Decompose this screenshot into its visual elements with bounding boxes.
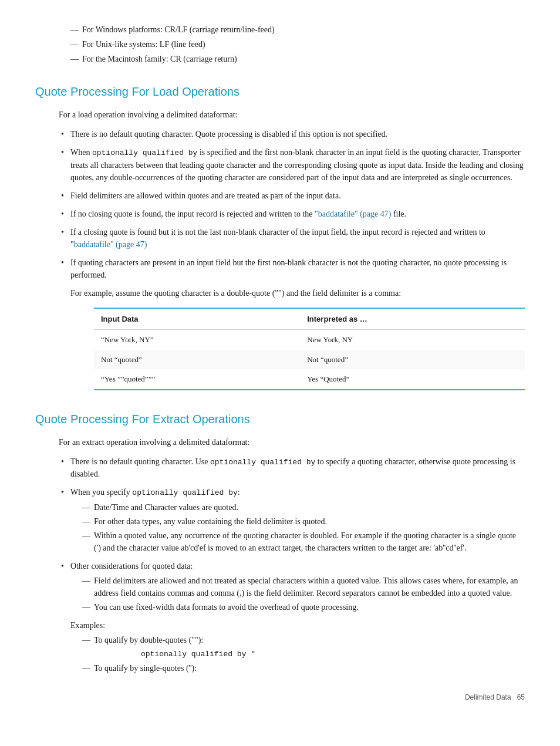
code-optionally-qualified: optionally qualified by	[92, 148, 197, 157]
extract-sub-bullets-2: Field delimiters are allowed and not tre…	[82, 575, 525, 613]
extract-section-heading: Quote Processing For Extract Operations	[35, 407, 525, 428]
table-col-interpreted: Interpreted as …	[300, 308, 525, 330]
load-bullet-list: There is no default quoting character. Q…	[59, 128, 525, 390]
code-optionally-qualified-2: optionally qualified by	[210, 458, 315, 467]
load-bullet-6: If quoting characters are present in an …	[59, 256, 525, 390]
extract-sub-2: For other data types, any value containi…	[82, 515, 525, 528]
table-cell-interpreted-2: Not “quoted”	[300, 350, 525, 370]
load-section-intro: For a load operation involving a delimit…	[59, 109, 525, 121]
extract-section: Quote Processing For Extract Operations …	[35, 407, 525, 675]
load-bullet-3: Field delimiters are allowed within quot…	[59, 190, 525, 202]
table-cell-interpreted-3: Yes “Quoted”	[300, 369, 525, 390]
intro-bullet-2: For Unix-like systems: LF (line feed)	[70, 38, 525, 50]
table-row-3: “Yes ””quoted””” Yes “Quoted”	[94, 369, 525, 390]
code-double-quote: optionally qualified by "	[141, 649, 525, 660]
extract-examples-label: Examples:	[70, 619, 525, 632]
table-row-2: Not “quoted” Not “quoted”	[94, 350, 525, 370]
page-content: For Windows platforms: CR/LF (carriage r…	[35, 23, 525, 703]
extract-sub-4: Field delimiters are allowed and not tre…	[82, 575, 525, 599]
table-cell-input-1: “New York, NY”	[94, 330, 300, 350]
baddatafile-link-1[interactable]: "baddatafile" (page 47)	[315, 210, 391, 218]
table-cell-input-3: “Yes ””quoted”””	[94, 369, 300, 390]
load-data-table: Input Data Interpreted as … “New York, N…	[94, 308, 525, 390]
table-row-1: “New York, NY” New York, NY	[94, 330, 525, 350]
extract-bullet-2: When you specify optionally qualified by…	[59, 486, 525, 554]
load-example-para: For example, assume the quoting characte…	[70, 287, 525, 299]
code-optionally-qualified-3: optionally qualified by	[132, 488, 237, 497]
baddatafile-link-2[interactable]: baddatafile" (page 47)	[74, 240, 147, 249]
table-cell-input-2: Not “quoted”	[94, 350, 300, 370]
load-section: Quote Processing For Load Operations For…	[35, 79, 525, 390]
table-col-input: Input Data	[94, 308, 300, 330]
load-section-heading: Quote Processing For Load Operations	[35, 79, 525, 100]
extract-example-2: To qualify by single-quotes (''):	[82, 662, 525, 674]
extract-sub-1: Date/Time and Character values are quote…	[82, 501, 525, 514]
extract-bullet-1: There is no default quoting character. U…	[59, 455, 525, 481]
footer-page: 65	[517, 692, 525, 703]
extract-sub-bullets-1: Date/Time and Character values are quote…	[82, 501, 525, 554]
extract-section-intro: For an extract operation involving a del…	[59, 436, 525, 448]
extract-sub-3: Within a quoted value, any occurrence of…	[82, 529, 525, 554]
extract-examples-list: To qualify by double-quotes (""): option…	[82, 634, 525, 675]
load-bullet-5: If a closing quote is found but it is no…	[59, 226, 525, 251]
extract-example-1: To qualify by double-quotes (""): option…	[82, 634, 525, 660]
page-footer: Delimited Data 65	[35, 692, 525, 703]
load-bullet-1: There is no default quoting character. Q…	[59, 128, 525, 140]
intro-bullet-3: For the Macintosh family: CR (carriage r…	[70, 53, 525, 65]
table-cell-interpreted-1: New York, NY	[300, 330, 525, 350]
load-bullet-4: If no closing quote is found, the input …	[59, 208, 525, 220]
extract-bullet-3: Other considerations for quoted data: Fi…	[59, 560, 525, 675]
intro-bullets: For Windows platforms: CR/LF (carriage r…	[70, 23, 525, 65]
load-bullet-2: When optionally qualified by is specifie…	[59, 146, 525, 184]
footer-label: Delimited Data	[465, 692, 511, 703]
intro-bullet-1: For Windows platforms: CR/LF (carriage r…	[70, 23, 525, 36]
extract-sub-5: You can use fixed-width data formats to …	[82, 601, 525, 613]
extract-bullet-list: There is no default quoting character. U…	[59, 455, 525, 675]
load-table-container: Input Data Interpreted as … “New York, N…	[94, 308, 525, 390]
